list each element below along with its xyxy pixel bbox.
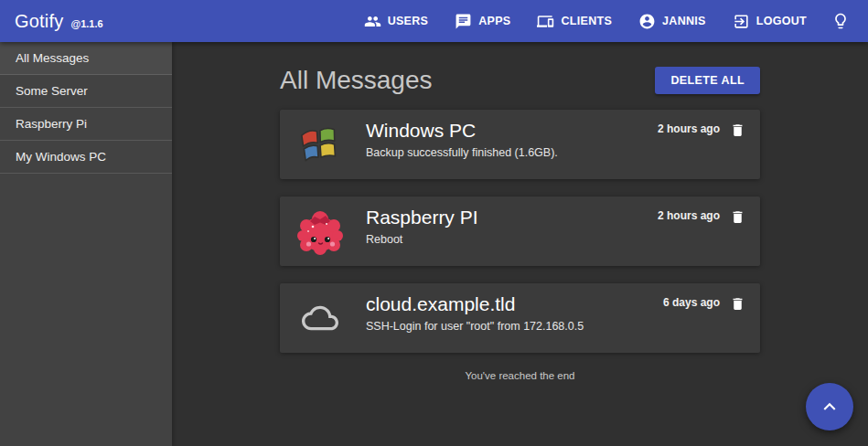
- nav-users-button[interactable]: USERS: [364, 13, 429, 30]
- chevron-up-icon: [818, 395, 841, 419]
- message-body: SSH-Login for user "root" from 172.168.0…: [366, 320, 663, 333]
- message-body: Backup successfully finished (1.6GB).: [366, 146, 658, 159]
- delete-all-button[interactable]: DELETE ALL: [655, 67, 760, 94]
- appbar: Gotify @1.1.6 USERS APPS CLIENTS JANNIS …: [0, 0, 868, 42]
- nav-logout-label: LOGOUT: [756, 15, 807, 27]
- message-card: cloud.example.tld SSH-Login for user "ro…: [280, 283, 760, 353]
- sidebar-item-label: My Windows PC: [16, 150, 106, 164]
- lightbulb-icon: [831, 12, 850, 30]
- version-label: @1.1.6: [70, 18, 102, 29]
- message-app-name: Windows PC: [366, 120, 658, 142]
- page-header: All Messages DELETE ALL: [280, 66, 760, 95]
- message-meta: 6 days ago: [663, 283, 745, 353]
- message-meta: 2 hours ago: [658, 196, 745, 266]
- account-circle-icon: [638, 13, 656, 30]
- nav-username-label: JANNIS: [662, 15, 706, 27]
- theme-toggle-button[interactable]: [831, 12, 850, 30]
- sidebar: All Messages Some Server Raspberry Pi My…: [0, 42, 172, 446]
- sidebar-item-raspberry-pi[interactable]: Raspberry Pi: [0, 108, 172, 141]
- chat-icon: [455, 13, 472, 30]
- sidebar-item-label: Some Server: [16, 84, 88, 98]
- sidebar-item-some-server[interactable]: Some Server: [0, 75, 172, 108]
- trash-icon: [730, 295, 745, 313]
- message-text: cloud.example.tld SSH-Login for user "ro…: [366, 283, 663, 353]
- users-group-icon: [364, 13, 381, 30]
- logout-icon: [733, 13, 750, 30]
- message-text: Windows PC Backup successfully finished …: [366, 110, 658, 179]
- cloud-icon: [295, 292, 346, 344]
- nav-logout-button[interactable]: LOGOUT: [733, 13, 807, 30]
- delete-message-button[interactable]: [730, 295, 745, 313]
- page-title: All Messages: [280, 66, 433, 95]
- nav-user-account-button[interactable]: JANNIS: [638, 13, 706, 30]
- delete-message-button[interactable]: [730, 208, 745, 226]
- main-content: All Messages DELETE ALL Windows PC Backu…: [172, 42, 868, 446]
- devices-icon: [537, 13, 554, 30]
- sidebar-item-label: Raspberry Pi: [16, 117, 87, 131]
- end-of-list-text: You've reached the end: [280, 370, 760, 381]
- message-body: Reboot: [366, 233, 658, 246]
- sidebar-item-all-messages[interactable]: All Messages: [0, 42, 172, 75]
- brand-title: Gotify: [15, 11, 63, 32]
- message-card: Raspberry PI Reboot 2 hours ago: [280, 196, 760, 266]
- message-text: Raspberry PI Reboot: [366, 196, 658, 266]
- trash-icon: [730, 208, 745, 226]
- nav-clients-label: CLIENTS: [561, 15, 612, 27]
- sidebar-item-my-windows-pc[interactable]: My Windows PC: [0, 141, 172, 174]
- sidebar-item-label: All Messages: [16, 51, 89, 65]
- nav-apps-label: APPS: [478, 15, 510, 27]
- message-card: Windows PC Backup successfully finished …: [280, 110, 760, 179]
- scroll-to-top-button[interactable]: [806, 383, 853, 430]
- nav-clients-button[interactable]: CLIENTS: [537, 13, 612, 30]
- nav-apps-button[interactable]: APPS: [455, 13, 510, 30]
- raspberry-icon: [295, 206, 346, 257]
- message-app-name: Raspberry PI: [366, 207, 658, 228]
- windows-logo-icon: [295, 119, 346, 170]
- nav-users-label: USERS: [388, 15, 429, 27]
- message-timestamp: 2 hours ago: [658, 209, 720, 222]
- trash-icon: [730, 122, 745, 139]
- message-timestamp: 6 days ago: [663, 296, 720, 309]
- message-app-name: cloud.example.tld: [366, 293, 663, 315]
- message-timestamp: 2 hours ago: [658, 122, 720, 135]
- delete-message-button[interactable]: [730, 122, 745, 139]
- message-meta: 2 hours ago: [658, 110, 745, 179]
